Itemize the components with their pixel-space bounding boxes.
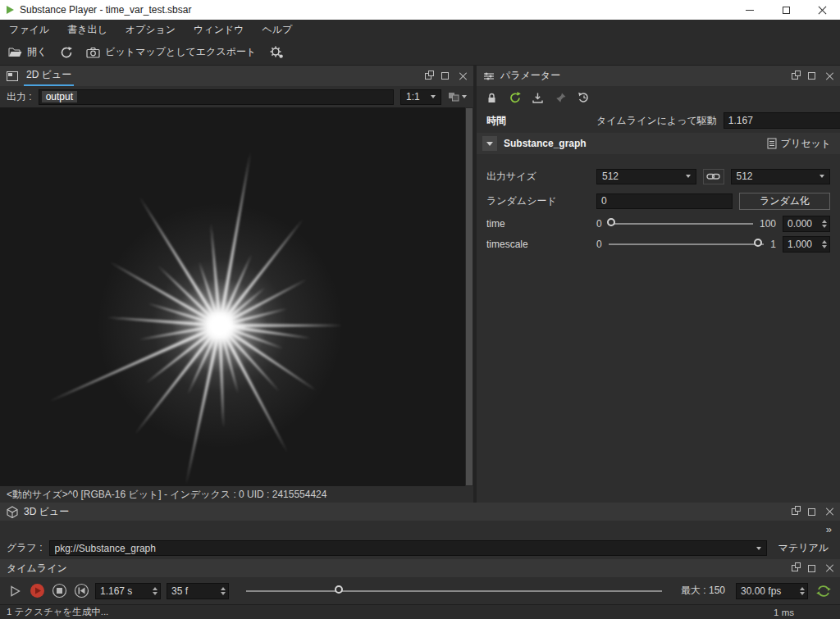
timeline-slider[interactable] [246, 584, 662, 599]
background-select[interactable] [448, 92, 467, 102]
lock-button[interactable] [484, 90, 500, 106]
overflow-chevrons[interactable]: » [826, 523, 832, 535]
timescale-slider[interactable] [609, 237, 765, 252]
spinner-arrows[interactable] [819, 216, 829, 231]
zoom-select[interactable]: 1:1 [400, 89, 441, 105]
close-panel-button[interactable] [825, 507, 833, 516]
slider-handle[interactable] [607, 218, 615, 226]
export-preset-button[interactable] [507, 90, 523, 106]
close-button[interactable] [804, 0, 840, 20]
close-panel-button[interactable] [459, 72, 467, 80]
maximize-panel-button[interactable] [808, 565, 815, 572]
maximize-panel-button[interactable] [808, 72, 815, 80]
menu-export[interactable]: 書き出し [58, 20, 116, 39]
slider-handle[interactable] [754, 239, 762, 247]
export-bitmap-label: ビットマップとしてエクスポート [105, 45, 256, 59]
play-button[interactable] [29, 583, 45, 599]
reset-button[interactable] [576, 90, 591, 106]
close-panel-button[interactable] [825, 72, 833, 80]
timeline-header: タイムライン [0, 559, 840, 577]
preset-button[interactable]: プリセット [767, 137, 834, 151]
close-icon [818, 6, 827, 15]
loop-button[interactable] [814, 582, 833, 600]
close-panel-button[interactable] [825, 564, 833, 572]
float-panel-button[interactable] [792, 565, 798, 571]
slider-handle[interactable] [335, 585, 343, 594]
time-value-spinner[interactable]: 0.000 [783, 216, 830, 232]
menu-help[interactable]: ヘルプ [253, 20, 302, 39]
minimize-button[interactable] [732, 0, 768, 20]
layers-icon [448, 92, 459, 102]
float-icon [792, 73, 798, 80]
go-to-start-button[interactable] [73, 583, 89, 599]
output-row: 出力 : output 1:1 [0, 86, 473, 107]
parameters-empty-space [477, 253, 840, 503]
spinner-arrows[interactable] [149, 584, 160, 599]
output-height-select[interactable]: 512 [731, 169, 831, 184]
link-size-button[interactable] [703, 169, 724, 184]
panel-buttons [792, 507, 833, 516]
pin-icon [555, 92, 567, 103]
titlebar: Substance Player - time_var_test.sbsar [0, 0, 840, 20]
maximize-panel-button[interactable] [808, 508, 815, 516]
2d-canvas[interactable] [0, 107, 473, 486]
time-slider[interactable] [609, 216, 753, 231]
graph-value: pkg://Substance_graph [55, 543, 156, 554]
scrollbar-thumb[interactable] [466, 108, 472, 485]
random-seed-label: ランダムシード [486, 194, 590, 208]
time-param-row: time 0 100 0.000 [477, 214, 840, 233]
maximize-panel-button[interactable] [441, 72, 449, 80]
canvas-scrollbar[interactable] [465, 107, 473, 486]
float-panel-button[interactable] [425, 73, 431, 80]
gear-icon [269, 45, 284, 59]
output-width-value: 512 [602, 171, 619, 182]
play-backward-button[interactable] [7, 583, 23, 599]
parameters-header: パラメーター [477, 66, 840, 86]
spin-down-icon [221, 592, 226, 595]
current-time-spinner[interactable]: 1.167 s [95, 583, 161, 599]
randomize-button[interactable]: ランダム化 [739, 193, 830, 210]
fps-value: 30.00 fps [737, 585, 797, 597]
pin-button[interactable] [553, 90, 568, 106]
output-size-label: 出力サイズ [486, 170, 590, 184]
material-button[interactable]: マテリアル [774, 541, 833, 555]
stop-icon [52, 583, 67, 599]
menu-options[interactable]: オプション [116, 20, 185, 39]
preset-label: プリセット [781, 137, 831, 151]
2d-status-text: <動的サイズ>^0 [RGBA-16 ビット] - インデックス : 0 UID… [7, 488, 326, 502]
stop-button[interactable] [51, 583, 67, 599]
export-bitmap-button[interactable]: ビットマップとしてエクスポート [86, 45, 256, 59]
random-seed-input[interactable]: 0 [596, 193, 733, 209]
maximize-button[interactable] [768, 0, 804, 20]
timescale-min: 0 [596, 239, 602, 250]
slider-track [609, 244, 765, 245]
parameters-icon [483, 71, 495, 81]
import-preset-button[interactable] [530, 90, 546, 106]
output-name-input[interactable]: output [39, 89, 394, 105]
time-max: 100 [760, 218, 776, 230]
time-driven-spinner[interactable]: 1.167 [724, 112, 840, 129]
refresh-button[interactable] [60, 46, 73, 59]
maximize-panel-icon [808, 508, 815, 516]
graph-section-title: Substance_graph [504, 138, 587, 149]
collapse-section-button[interactable] [482, 136, 497, 151]
float-panel-button[interactable] [792, 508, 798, 515]
spinner-arrows[interactable] [819, 237, 829, 252]
skip-start-icon [74, 583, 89, 599]
current-frame-spinner[interactable]: 35 f [167, 583, 229, 599]
spinner-arrows[interactable] [797, 584, 807, 599]
open-button[interactable]: 開く [8, 45, 47, 59]
float-panel-button[interactable] [792, 73, 798, 80]
settings-button[interactable] [269, 45, 284, 59]
menu-window[interactable]: ウィンドウ [185, 20, 253, 39]
float-icon [792, 508, 798, 515]
statusbar: 1 テクスチャを生成中... 1 ms [0, 604, 840, 619]
tab-2d-view[interactable]: 2D ビュー [24, 66, 74, 86]
output-width-select[interactable]: 512 [596, 169, 696, 184]
timescale-value-spinner[interactable]: 1.000 [783, 236, 830, 253]
fps-spinner[interactable]: 30.00 fps [736, 583, 808, 599]
spinner-arrows[interactable] [217, 584, 228, 599]
menu-file[interactable]: ファイル [0, 20, 58, 39]
graph-row: グラフ : pkg://Substance_graph マテリアル [0, 537, 840, 559]
graph-select[interactable]: pkg://Substance_graph [49, 540, 767, 556]
